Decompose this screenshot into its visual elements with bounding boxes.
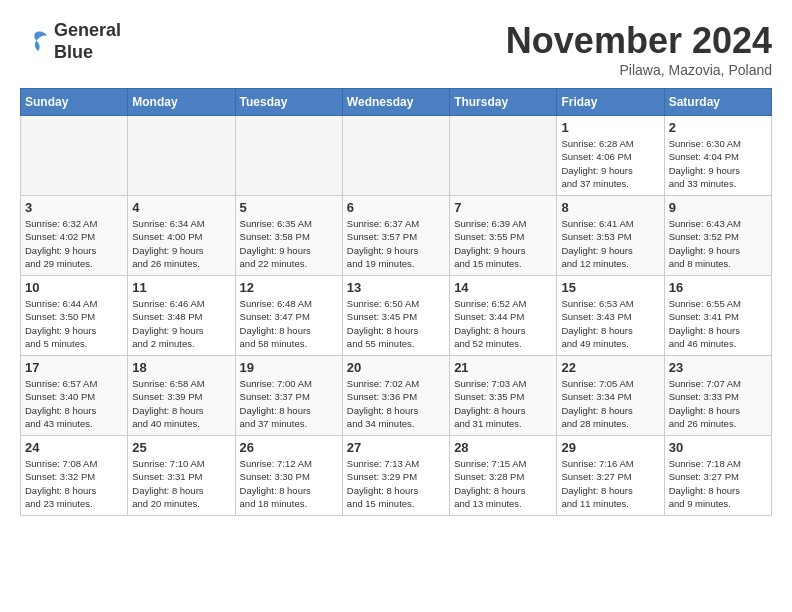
day-info: Sunrise: 6:30 AM Sunset: 4:04 PM Dayligh… [669,137,767,190]
calendar-cell: 13Sunrise: 6:50 AM Sunset: 3:45 PM Dayli… [342,276,449,356]
day-info: Sunrise: 7:05 AM Sunset: 3:34 PM Dayligh… [561,377,659,430]
header-friday: Friday [557,89,664,116]
day-number: 12 [240,280,338,295]
day-info: Sunrise: 6:34 AM Sunset: 4:00 PM Dayligh… [132,217,230,270]
day-info: Sunrise: 7:13 AM Sunset: 3:29 PM Dayligh… [347,457,445,510]
day-info: Sunrise: 6:43 AM Sunset: 3:52 PM Dayligh… [669,217,767,270]
calendar-cell: 7Sunrise: 6:39 AM Sunset: 3:55 PM Daylig… [450,196,557,276]
calendar-cell: 23Sunrise: 7:07 AM Sunset: 3:33 PM Dayli… [664,356,771,436]
day-number: 18 [132,360,230,375]
day-info: Sunrise: 6:50 AM Sunset: 3:45 PM Dayligh… [347,297,445,350]
day-number: 24 [25,440,123,455]
day-info: Sunrise: 6:53 AM Sunset: 3:43 PM Dayligh… [561,297,659,350]
calendar-cell: 24Sunrise: 7:08 AM Sunset: 3:32 PM Dayli… [21,436,128,516]
day-number: 26 [240,440,338,455]
day-info: Sunrise: 6:46 AM Sunset: 3:48 PM Dayligh… [132,297,230,350]
month-title: November 2024 [506,20,772,62]
calendar-cell: 2Sunrise: 6:30 AM Sunset: 4:04 PM Daylig… [664,116,771,196]
title-block: November 2024 Pilawa, Mazovia, Poland [506,20,772,78]
day-number: 30 [669,440,767,455]
page-header: General Blue November 2024 Pilawa, Mazov… [20,20,772,78]
calendar-cell: 17Sunrise: 6:57 AM Sunset: 3:40 PM Dayli… [21,356,128,436]
calendar-cell: 26Sunrise: 7:12 AM Sunset: 3:30 PM Dayli… [235,436,342,516]
day-number: 11 [132,280,230,295]
day-info: Sunrise: 6:32 AM Sunset: 4:02 PM Dayligh… [25,217,123,270]
day-number: 29 [561,440,659,455]
header-thursday: Thursday [450,89,557,116]
day-info: Sunrise: 6:28 AM Sunset: 4:06 PM Dayligh… [561,137,659,190]
calendar-cell: 28Sunrise: 7:15 AM Sunset: 3:28 PM Dayli… [450,436,557,516]
day-info: Sunrise: 6:48 AM Sunset: 3:47 PM Dayligh… [240,297,338,350]
day-number: 10 [25,280,123,295]
day-info: Sunrise: 7:07 AM Sunset: 3:33 PM Dayligh… [669,377,767,430]
header-monday: Monday [128,89,235,116]
calendar-cell: 22Sunrise: 7:05 AM Sunset: 3:34 PM Dayli… [557,356,664,436]
calendar-cell: 19Sunrise: 7:00 AM Sunset: 3:37 PM Dayli… [235,356,342,436]
day-info: Sunrise: 6:35 AM Sunset: 3:58 PM Dayligh… [240,217,338,270]
calendar-table: SundayMondayTuesdayWednesdayThursdayFrid… [20,88,772,516]
calendar-cell: 30Sunrise: 7:18 AM Sunset: 3:27 PM Dayli… [664,436,771,516]
calendar-cell [450,116,557,196]
calendar-cell: 27Sunrise: 7:13 AM Sunset: 3:29 PM Dayli… [342,436,449,516]
day-number: 23 [669,360,767,375]
day-number: 27 [347,440,445,455]
calendar-cell: 9Sunrise: 6:43 AM Sunset: 3:52 PM Daylig… [664,196,771,276]
calendar-cell: 10Sunrise: 6:44 AM Sunset: 3:50 PM Dayli… [21,276,128,356]
day-number: 3 [25,200,123,215]
day-info: Sunrise: 7:10 AM Sunset: 3:31 PM Dayligh… [132,457,230,510]
day-info: Sunrise: 6:44 AM Sunset: 3:50 PM Dayligh… [25,297,123,350]
calendar-cell: 15Sunrise: 6:53 AM Sunset: 3:43 PM Dayli… [557,276,664,356]
day-info: Sunrise: 6:39 AM Sunset: 3:55 PM Dayligh… [454,217,552,270]
day-number: 19 [240,360,338,375]
day-number: 9 [669,200,767,215]
logo-icon [20,27,50,57]
calendar-cell: 11Sunrise: 6:46 AM Sunset: 3:48 PM Dayli… [128,276,235,356]
day-number: 21 [454,360,552,375]
day-number: 7 [454,200,552,215]
calendar-cell: 16Sunrise: 6:55 AM Sunset: 3:41 PM Dayli… [664,276,771,356]
week-row-2: 3Sunrise: 6:32 AM Sunset: 4:02 PM Daylig… [21,196,772,276]
calendar-cell [128,116,235,196]
calendar-cell: 3Sunrise: 6:32 AM Sunset: 4:02 PM Daylig… [21,196,128,276]
day-number: 22 [561,360,659,375]
day-number: 28 [454,440,552,455]
day-number: 1 [561,120,659,135]
day-number: 2 [669,120,767,135]
day-number: 15 [561,280,659,295]
day-info: Sunrise: 7:16 AM Sunset: 3:27 PM Dayligh… [561,457,659,510]
day-number: 25 [132,440,230,455]
day-info: Sunrise: 6:52 AM Sunset: 3:44 PM Dayligh… [454,297,552,350]
day-info: Sunrise: 6:57 AM Sunset: 3:40 PM Dayligh… [25,377,123,430]
location: Pilawa, Mazovia, Poland [506,62,772,78]
week-row-4: 17Sunrise: 6:57 AM Sunset: 3:40 PM Dayli… [21,356,772,436]
day-info: Sunrise: 7:12 AM Sunset: 3:30 PM Dayligh… [240,457,338,510]
calendar-cell: 14Sunrise: 6:52 AM Sunset: 3:44 PM Dayli… [450,276,557,356]
header-saturday: Saturday [664,89,771,116]
day-info: Sunrise: 7:08 AM Sunset: 3:32 PM Dayligh… [25,457,123,510]
day-number: 20 [347,360,445,375]
header-tuesday: Tuesday [235,89,342,116]
calendar-cell: 29Sunrise: 7:16 AM Sunset: 3:27 PM Dayli… [557,436,664,516]
calendar-cell [342,116,449,196]
day-info: Sunrise: 7:02 AM Sunset: 3:36 PM Dayligh… [347,377,445,430]
day-number: 14 [454,280,552,295]
calendar-cell: 12Sunrise: 6:48 AM Sunset: 3:47 PM Dayli… [235,276,342,356]
calendar-cell: 25Sunrise: 7:10 AM Sunset: 3:31 PM Dayli… [128,436,235,516]
day-info: Sunrise: 7:03 AM Sunset: 3:35 PM Dayligh… [454,377,552,430]
week-row-5: 24Sunrise: 7:08 AM Sunset: 3:32 PM Dayli… [21,436,772,516]
day-info: Sunrise: 6:55 AM Sunset: 3:41 PM Dayligh… [669,297,767,350]
day-info: Sunrise: 7:00 AM Sunset: 3:37 PM Dayligh… [240,377,338,430]
day-number: 5 [240,200,338,215]
day-number: 16 [669,280,767,295]
day-info: Sunrise: 7:15 AM Sunset: 3:28 PM Dayligh… [454,457,552,510]
calendar-cell: 4Sunrise: 6:34 AM Sunset: 4:00 PM Daylig… [128,196,235,276]
logo-text: General Blue [54,20,121,63]
calendar-cell: 18Sunrise: 6:58 AM Sunset: 3:39 PM Dayli… [128,356,235,436]
day-number: 4 [132,200,230,215]
day-number: 17 [25,360,123,375]
header-wednesday: Wednesday [342,89,449,116]
day-info: Sunrise: 6:41 AM Sunset: 3:53 PM Dayligh… [561,217,659,270]
calendar-cell: 21Sunrise: 7:03 AM Sunset: 3:35 PM Dayli… [450,356,557,436]
calendar-cell [235,116,342,196]
week-row-1: 1Sunrise: 6:28 AM Sunset: 4:06 PM Daylig… [21,116,772,196]
